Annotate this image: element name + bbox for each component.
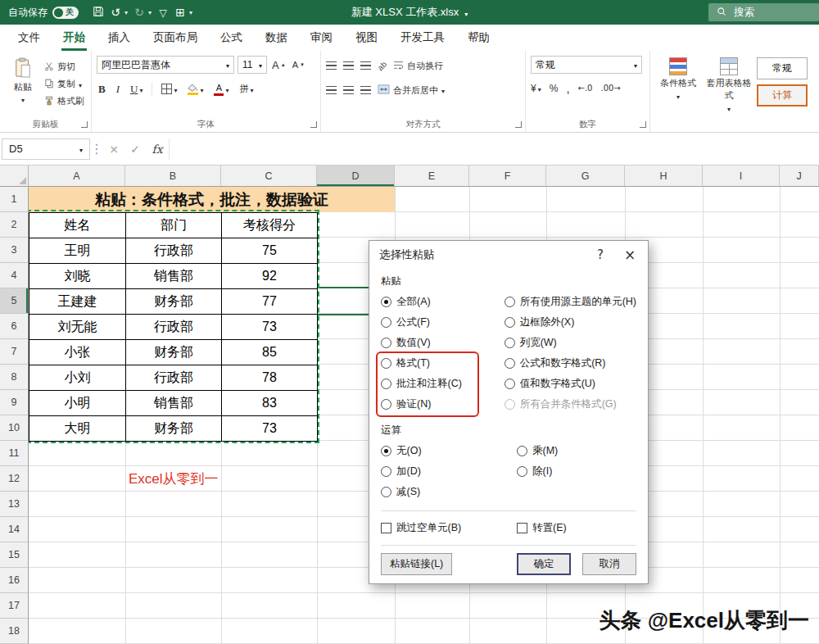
radio-divide[interactable]: 除(I) — [517, 461, 558, 482]
cell[interactable]: 财务部 — [126, 289, 222, 315]
percent-style-button[interactable]: % — [550, 83, 559, 94]
cell[interactable]: 小刘 — [29, 365, 126, 391]
row-header-selected[interactable]: 5 — [0, 288, 28, 314]
radio-multiply[interactable]: 乘(M) — [517, 441, 558, 461]
tab-view[interactable]: 视图 — [344, 25, 389, 51]
checkbox-skip-blanks[interactable]: 跳过空单元(B) — [381, 518, 517, 538]
phonetic-button[interactable]: 拼 — [238, 82, 255, 96]
wrap-text-button[interactable]: 自动换行 — [393, 60, 443, 72]
radio-all-except-borders[interactable]: 边框除外(X) — [505, 312, 636, 333]
align-left-icon[interactable] — [326, 86, 337, 94]
dialog-help-button[interactable]: ? — [592, 247, 609, 262]
cell[interactable]: 部门 — [126, 213, 222, 238]
customize-toolbar-icon[interactable] — [189, 9, 192, 16]
row-header[interactable]: 1 — [0, 187, 28, 212]
decrease-font-size-button[interactable] — [291, 59, 306, 70]
row-header[interactable]: 14 — [0, 517, 28, 542]
increase-decimal-button[interactable]: ←.0 — [578, 84, 593, 93]
decrease-decimal-button[interactable]: .00→ — [600, 84, 620, 93]
row-header[interactable]: 8 — [0, 365, 28, 390]
format-as-table-button[interactable]: 套用表格格式 — [706, 56, 752, 117]
format-painter-button[interactable]: 格式刷 — [44, 94, 84, 108]
cell[interactable]: 73 — [222, 315, 318, 340]
cell[interactable]: 85 — [222, 340, 318, 365]
formula-input[interactable] — [169, 138, 819, 160]
radio-values[interactable]: 数值(V) — [381, 333, 505, 353]
paste-link-button[interactable]: 粘贴链接(L) — [381, 553, 452, 575]
cell[interactable]: 小张 — [29, 340, 126, 365]
radio-all-using-source-theme[interactable]: 所有使用源主题的单元(H) — [505, 292, 636, 312]
row-header[interactable]: 2 — [0, 212, 28, 238]
font-size-select[interactable]: 11 — [238, 56, 267, 74]
tab-developer[interactable]: 开发工具 — [389, 25, 456, 51]
dialog-titlebar[interactable]: 选择性粘贴 ? × — [369, 241, 648, 269]
cell[interactable]: 行政部 — [126, 315, 222, 340]
row-header[interactable]: 4 — [0, 263, 28, 288]
tab-data[interactable]: 数据 — [254, 25, 299, 51]
radio-values-number-formats[interactable]: 值和数字格式(U) — [505, 374, 636, 394]
cell[interactable]: 财务部 — [126, 416, 222, 442]
increase-font-size-button[interactable] — [270, 58, 287, 72]
column-header-selected[interactable]: D — [317, 166, 395, 186]
tab-home[interactable]: 开始 — [52, 25, 97, 51]
tab-review[interactable]: 审阅 — [299, 25, 344, 51]
row-header[interactable]: 7 — [0, 339, 28, 365]
dialog-launcher-icon[interactable] — [640, 121, 646, 128]
bold-button[interactable]: B — [97, 82, 107, 97]
radio-formulas[interactable]: 公式(F) — [381, 312, 505, 333]
document-title[interactable]: 新建 XLSX 工作表.xlsx — [351, 5, 468, 20]
tab-file[interactable]: 文件 — [7, 25, 52, 51]
column-header[interactable]: F — [469, 166, 546, 186]
autosave-toggle[interactable]: 自动保存 关 — [8, 6, 79, 20]
undo-icon[interactable] — [107, 6, 124, 19]
dialog-launcher-icon[interactable] — [310, 121, 317, 128]
align-top-icon[interactable] — [326, 61, 337, 70]
cell[interactable]: 财务部 — [126, 340, 222, 365]
cell[interactable]: 刘无能 — [29, 315, 126, 340]
column-header[interactable]: H — [625, 166, 703, 186]
banner-cell[interactable]: 粘贴：条件格式，批注，数据验证 — [29, 187, 395, 212]
cell[interactable]: 姓名 — [29, 213, 126, 238]
font-name-select[interactable]: 阿里巴巴普惠体 — [97, 56, 234, 74]
number-format-select[interactable]: 常规 — [531, 56, 642, 74]
cell[interactable]: 小明 — [29, 391, 126, 416]
tab-page-layout[interactable]: 页面布局 — [142, 25, 209, 51]
table-icon[interactable] — [172, 6, 188, 19]
cell[interactable]: 刘晓 — [29, 264, 126, 289]
cell[interactable]: 行政部 — [126, 365, 222, 391]
cell[interactable]: 王明 — [29, 238, 126, 264]
cell-style-calculation[interactable]: 计算 — [757, 84, 808, 107]
checkbox-transpose[interactable]: 转置(E) — [517, 518, 567, 538]
underline-button[interactable]: U — [129, 82, 144, 97]
note-cell[interactable]: Excel从零到一 — [129, 466, 219, 492]
radio-formats[interactable]: 格式(T) — [381, 353, 505, 374]
chevron-down-icon[interactable] — [148, 9, 152, 16]
cell[interactable]: 行政部 — [126, 238, 222, 264]
align-center-icon[interactable] — [343, 86, 354, 94]
row-header[interactable]: 15 — [0, 542, 28, 568]
radio-subtract[interactable]: 减(S) — [381, 482, 517, 502]
copy-button[interactable]: 复制 — [44, 77, 84, 91]
cell[interactable]: 销售部 — [126, 391, 222, 416]
cell[interactable]: 77 — [222, 289, 318, 315]
select-all-corner[interactable] — [0, 166, 29, 187]
row-header[interactable]: 12 — [0, 466, 28, 492]
cell[interactable]: 考核得分 — [222, 213, 318, 238]
borders-button[interactable] — [160, 82, 179, 96]
row-header[interactable]: 9 — [0, 390, 28, 415]
radio-none[interactable]: 无(O) — [381, 441, 517, 461]
row-header[interactable]: 10 — [0, 415, 28, 441]
fill-color-button[interactable] — [186, 82, 205, 96]
cell[interactable]: 92 — [222, 264, 318, 289]
radio-column-widths[interactable]: 列宽(W) — [505, 333, 636, 353]
accounting-format-button[interactable]: ¥ — [531, 83, 541, 94]
row-header[interactable]: 13 — [0, 492, 28, 517]
enter-icon[interactable]: ✓ — [124, 143, 146, 156]
cell[interactable]: 王建建 — [29, 289, 126, 315]
italic-button[interactable]: I — [115, 82, 121, 97]
row-header[interactable]: 17 — [0, 593, 28, 619]
column-header[interactable]: B — [125, 166, 221, 186]
cancel-button[interactable]: 取消 — [582, 553, 636, 575]
cancel-icon[interactable]: × — [103, 143, 124, 156]
row-header[interactable]: 6 — [0, 314, 28, 339]
